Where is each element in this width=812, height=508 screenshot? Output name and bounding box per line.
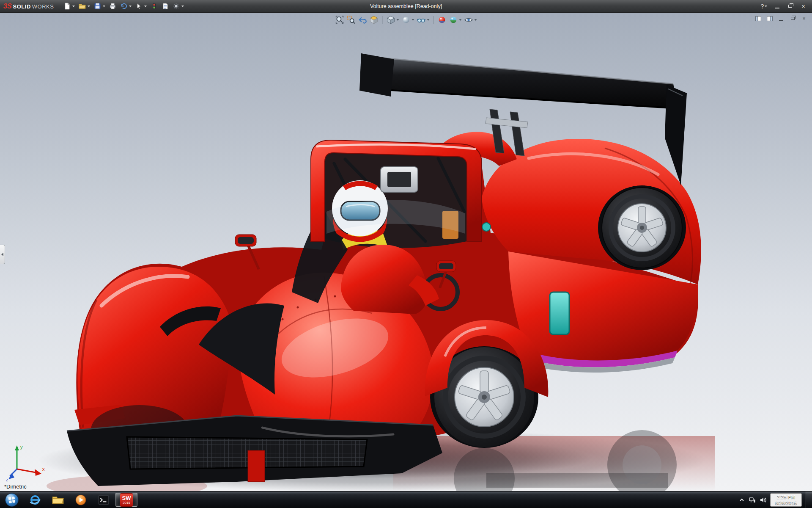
- file-properties-icon: [162, 3, 169, 10]
- chevron-up-icon: [738, 497, 745, 503]
- view-orientation-label: *Dimetric: [4, 483, 27, 490]
- pane-right-button[interactable]: [765, 14, 774, 22]
- restore-icon: [788, 5, 792, 8]
- network-icon: [749, 497, 756, 503]
- orientation-triad: y x z: [5, 443, 46, 482]
- taskbar-clock[interactable]: 2:25 PM 6/26/2015: [770, 493, 802, 507]
- dropdown-caret-icon: [459, 19, 462, 21]
- rebuild-button[interactable]: [149, 2, 159, 11]
- taskbar-item-file-explorer[interactable]: [47, 493, 69, 507]
- zoom-to-fit-button[interactable]: [335, 14, 345, 25]
- view-settings-button[interactable]: [464, 14, 478, 25]
- open-folder-icon: [79, 3, 86, 10]
- rebuild-icon: [151, 3, 158, 10]
- restore-icon: [791, 17, 795, 20]
- app-name-light: WORKS: [32, 3, 54, 10]
- doc-minimize-button[interactable]: [776, 14, 786, 22]
- glasses-icon: [417, 15, 426, 24]
- file-properties-button[interactable]: [160, 2, 170, 11]
- dropdown-caret-icon: [412, 19, 414, 21]
- graphics-area[interactable]: × y x z *Dimetric: [0, 13, 812, 491]
- triad-y-label: y: [20, 444, 23, 450]
- save-button[interactable]: [93, 2, 107, 11]
- arrow-left-icon: [1, 253, 3, 256]
- taskbar-item-command-prompt[interactable]: [93, 493, 115, 507]
- command-prompt-icon: [97, 494, 110, 506]
- window-title: Voiture assemblee [Read-only]: [370, 3, 442, 9]
- document-window-controls: ×: [754, 14, 809, 22]
- select-button[interactable]: [134, 2, 148, 11]
- close-button[interactable]: ×: [797, 2, 809, 11]
- doc-restore-button[interactable]: [788, 14, 797, 22]
- dropdown-caret-icon: [181, 6, 184, 7]
- hidden-icons-button[interactable]: [738, 497, 745, 503]
- dropdown-caret-icon: [765, 6, 767, 7]
- show-desktop-button[interactable]: [806, 491, 812, 508]
- taskbar-item-media-player[interactable]: [70, 493, 92, 507]
- section-view-button[interactable]: [369, 14, 379, 25]
- dropdown-caret-icon: [475, 19, 477, 21]
- hide-show-items-button[interactable]: [416, 14, 431, 25]
- close-icon: ×: [801, 3, 805, 10]
- minimize-button[interactable]: [771, 2, 783, 11]
- options-button[interactable]: [171, 2, 185, 11]
- car-intake-box[interactable]: [381, 167, 418, 192]
- pane-left-icon: [755, 15, 762, 22]
- previous-view-icon: [358, 15, 367, 24]
- windows-start-icon: [5, 493, 19, 507]
- zoom-to-area-button[interactable]: [346, 14, 357, 25]
- car-rear-wheel[interactable]: [598, 185, 686, 270]
- system-tray: 2:25 PM 6/26/2015: [738, 491, 812, 508]
- help-button[interactable]: ?: [758, 2, 770, 11]
- zoom-to-fit-icon: [335, 15, 344, 24]
- close-icon: ×: [802, 15, 806, 22]
- dropdown-caret-icon: [427, 19, 430, 21]
- apply-scene-button[interactable]: [448, 14, 463, 25]
- minimize-icon: [779, 20, 783, 21]
- standard-toolbar: [62, 2, 185, 11]
- print-button[interactable]: [108, 2, 118, 11]
- taskbar-item-internet-explorer[interactable]: [24, 493, 46, 507]
- car-deck-button[interactable]: [482, 223, 491, 231]
- dropdown-caret-icon: [397, 19, 399, 21]
- network-tray-button[interactable]: [749, 497, 756, 503]
- solidworks-logo-mark-icon: 3S: [3, 3, 12, 10]
- toolbar-separator: [382, 16, 383, 24]
- cursor-icon: [135, 3, 143, 10]
- taskbar-item-solidworks-2015[interactable]: SW 2015: [115, 493, 137, 507]
- view-orientation-button[interactable]: [386, 14, 400, 25]
- sw-badge-line1: SW: [122, 495, 131, 501]
- car-side-window[interactable]: [550, 292, 569, 334]
- view-orientation-cube-icon: [387, 15, 395, 24]
- undo-icon: [120, 3, 127, 10]
- doc-close-button[interactable]: ×: [799, 14, 809, 22]
- undo-button[interactable]: [119, 2, 133, 11]
- appearance-ball-icon: [438, 15, 447, 24]
- restore-button[interactable]: [784, 2, 796, 11]
- solidworks-logo[interactable]: 3S SOLIDWORKS: [3, 3, 54, 10]
- display-style-icon: [402, 15, 411, 24]
- dropdown-caret-icon: [144, 6, 147, 7]
- edit-appearance-button[interactable]: [437, 14, 447, 25]
- dropdown-caret-icon: [72, 6, 75, 7]
- display-style-button[interactable]: [401, 14, 415, 25]
- section-view-icon: [370, 15, 379, 24]
- dropdown-caret-icon: [103, 6, 105, 7]
- start-button[interactable]: [0, 491, 24, 508]
- pane-left-button[interactable]: [754, 14, 763, 22]
- titlebar: 3S SOLIDWORKS: [0, 0, 812, 13]
- help-glyph: ?: [761, 3, 764, 10]
- new-document-button[interactable]: [62, 2, 76, 11]
- sw-badge-line2: 2015: [123, 501, 130, 505]
- app-name-bold: SOLID: [13, 3, 31, 10]
- save-icon: [94, 3, 101, 10]
- folder-icon: [52, 494, 64, 506]
- open-button[interactable]: [77, 2, 91, 11]
- new-document-icon: [63, 3, 71, 10]
- collapse-sidebar-handle[interactable]: [0, 245, 5, 264]
- model-canvas[interactable]: [0, 13, 812, 491]
- volume-tray-button[interactable]: [760, 497, 766, 503]
- internet-explorer-icon: [29, 494, 41, 506]
- previous-view-button[interactable]: [357, 14, 368, 25]
- print-icon: [109, 3, 116, 10]
